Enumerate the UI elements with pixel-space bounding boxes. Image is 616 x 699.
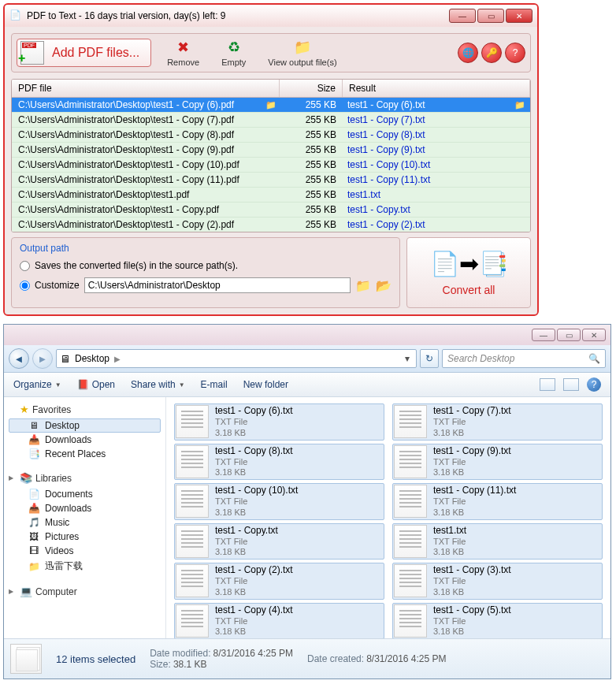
file-item[interactable]: test1 - Copy (3).txtTXT File3.18 KB [392, 563, 603, 600]
table-row[interactable]: C:\Users\Administrator\Desktop\test1.pdf… [12, 188, 530, 203]
header-size[interactable]: Size [280, 80, 343, 97]
file-list-area[interactable]: test1 - Copy (6).txtTXT File3.18 KBtest1… [166, 397, 610, 638]
radio-customize-input[interactable] [20, 281, 30, 291]
folder-icon[interactable]: 📁 [514, 100, 525, 110]
folder-icon[interactable]: 📁 [262, 100, 276, 110]
sidebar-favorites-header[interactable]: ★Favorites [9, 403, 161, 415]
explorer-close-button[interactable]: ✕ [582, 329, 606, 341]
refresh-button[interactable]: ↻ [420, 349, 439, 368]
result-link[interactable]: test1 - Copy.txt [347, 204, 410, 215]
sidebar-item-icon: 📑 [28, 448, 40, 459]
organize-menu[interactable]: Organize ▼ [13, 379, 61, 390]
result-link[interactable]: test1 - Copy (6).txt [347, 99, 425, 110]
file-item[interactable]: test1 - Copy (9).txtTXT File3.18 KB [392, 444, 603, 481]
result-link[interactable]: test1 - Copy (11).txt [347, 174, 430, 185]
view-options-button[interactable] [540, 378, 555, 391]
breadcrumb-desktop[interactable]: Desktop [75, 353, 109, 364]
add-pdf-files-button[interactable]: Add PDF files... [17, 39, 151, 67]
table-row[interactable]: C:\Users\Administrator\Desktop\test1 - C… [12, 203, 530, 218]
table-row[interactable]: C:\Users\Administrator\Desktop\test1 - C… [12, 98, 530, 113]
sidebar-item[interactable]: 🎞Videos [9, 544, 161, 558]
file-item[interactable]: test1 - Copy (11).txtTXT File3.18 KB [392, 483, 603, 520]
chevron-right-icon[interactable]: ▶ [114, 355, 121, 363]
header-pdf-file[interactable]: PDF file [12, 80, 280, 97]
browse-folder-icon[interactable]: 📁 [355, 278, 371, 293]
new-folder-button[interactable]: New folder [243, 379, 288, 390]
sidebar-item[interactable]: 🖼Pictures [9, 530, 161, 544]
chevron-down-icon: ▼ [179, 381, 185, 389]
email-button[interactable]: E-mail [201, 379, 228, 390]
table-body[interactable]: C:\Users\Administrator\Desktop\test1 - C… [12, 98, 530, 232]
address-dropdown-icon[interactable]: ▾ [402, 353, 413, 364]
sidebar-item-icon: 📥 [28, 503, 40, 514]
sidebar-item-icon: 🖥 [28, 420, 40, 431]
file-item[interactable]: test1 - Copy (2).txtTXT File3.18 KB [174, 563, 384, 600]
globe-button[interactable]: 🌐 [458, 43, 478, 63]
table-row[interactable]: C:\Users\Administrator\Desktop\test1 - C… [12, 218, 530, 232]
share-with-menu[interactable]: Share with ▼ [131, 379, 185, 390]
file-item[interactable]: test1 - Copy (10).txtTXT File3.18 KB [174, 483, 384, 520]
table-row[interactable]: C:\Users\Administrator\Desktop\test1 - C… [12, 128, 530, 143]
table-row[interactable]: C:\Users\Administrator\Desktop\test1 - C… [12, 113, 530, 128]
sidebar-libraries-header[interactable]: ▶📚Libraries [9, 472, 161, 484]
sidebar-item[interactable]: 🎵Music [9, 515, 161, 530]
result-link[interactable]: test1 - Copy (9).txt [347, 144, 425, 155]
view-output-button[interactable]: 📁 View output file(s) [262, 37, 343, 69]
close-button[interactable]: ✕ [506, 9, 533, 23]
sidebar-item[interactable]: 📑Recent Places [9, 447, 161, 461]
main-toolbar: Add PDF files... ✖ Remove ♻ Empty 📁 View… [11, 33, 531, 73]
file-item[interactable]: test1 - Copy (5).txtTXT File3.18 KB [392, 603, 603, 639]
empty-button[interactable]: ♻ Empty [215, 37, 252, 69]
sidebar-item[interactable]: 📥Downloads [9, 501, 161, 515]
table-header: PDF file Size Result [12, 80, 530, 98]
open-button[interactable]: 📕Open [77, 379, 115, 390]
sidebar-item[interactable]: 📁迅雷下载 [9, 558, 161, 574]
help-button[interactable]: ? [505, 43, 525, 63]
nav-forward-button[interactable]: ► [32, 348, 53, 369]
preview-pane-button[interactable] [563, 378, 579, 391]
file-icon [394, 604, 427, 638]
address-bar[interactable]: 🖥 Desktop ▶ ▾ [56, 349, 417, 368]
file-icon [394, 485, 427, 518]
radio-source-input[interactable] [20, 261, 30, 271]
sidebar-item[interactable]: 📄Documents [9, 487, 161, 501]
status-thumbnail-icon [10, 644, 42, 674]
nav-back-button[interactable]: ◄ [9, 348, 29, 369]
table-row[interactable]: C:\Users\Administrator\Desktop\test1 - C… [12, 173, 530, 188]
explorer-titlebar[interactable]: — ▭ ✕ [4, 325, 610, 345]
table-row[interactable]: C:\Users\Administrator\Desktop\test1 - C… [12, 158, 530, 173]
file-item[interactable]: test1 - Copy (7).txtTXT File3.18 KB [392, 403, 603, 441]
file-item[interactable]: test1 - Copy.txtTXT File3.18 KB [174, 523, 384, 560]
result-link[interactable]: test1 - Copy (7).txt [347, 114, 425, 125]
explorer-maximize-button[interactable]: ▭ [557, 329, 581, 341]
header-result[interactable]: Result [343, 80, 530, 97]
table-row[interactable]: C:\Users\Administrator\Desktop\test1 - C… [12, 143, 530, 158]
explorer-help-button[interactable]: ? [587, 377, 601, 392]
sidebar-item-icon: 🎞 [28, 545, 40, 556]
file-item[interactable]: test1 - Copy (4).txtTXT File3.18 KB [174, 603, 384, 639]
sidebar-computer-header[interactable]: ▶💻Computer [9, 586, 161, 597]
sidebar-item[interactable]: 🖥Desktop [9, 418, 161, 433]
navigation-pane: ★Favorites 🖥Desktop📥Downloads📑Recent Pla… [4, 397, 166, 638]
result-link[interactable]: test1 - Copy (10).txt [347, 159, 430, 170]
output-path-input[interactable] [84, 277, 351, 293]
file-item[interactable]: test1.txtTXT File3.18 KB [392, 523, 603, 560]
sidebar-item[interactable]: 📥Downloads [9, 433, 161, 447]
file-item[interactable]: test1 - Copy (8).txtTXT File3.18 KB [174, 444, 384, 481]
maximize-button[interactable]: ▭ [477, 9, 504, 23]
result-link[interactable]: test1.txt [347, 189, 380, 200]
open-folder-icon[interactable]: 📂 [376, 278, 391, 293]
search-icon[interactable]: 🔍 [588, 353, 600, 364]
convert-all-button[interactable]: 📄➡📑 Convert all [406, 237, 531, 308]
file-icon [394, 445, 427, 478]
remove-button[interactable]: ✖ Remove [161, 37, 206, 69]
explorer-minimize-button[interactable]: — [532, 329, 555, 341]
result-link[interactable]: test1 - Copy (8).txt [347, 129, 425, 140]
search-input[interactable]: Search Desktop 🔍 [442, 349, 606, 368]
result-link[interactable]: test1 - Copy (2).txt [347, 219, 425, 230]
minimize-button[interactable]: — [449, 9, 476, 23]
file-item[interactable]: test1 - Copy (6).txtTXT File3.18 KB [174, 403, 384, 441]
titlebar[interactable]: 📄 PDF to Text - 16 days trial version, d… [5, 5, 537, 27]
radio-source-path[interactable]: Saves the converted file(s) in the sourc… [20, 260, 391, 271]
key-button[interactable]: 🔑 [481, 43, 502, 63]
